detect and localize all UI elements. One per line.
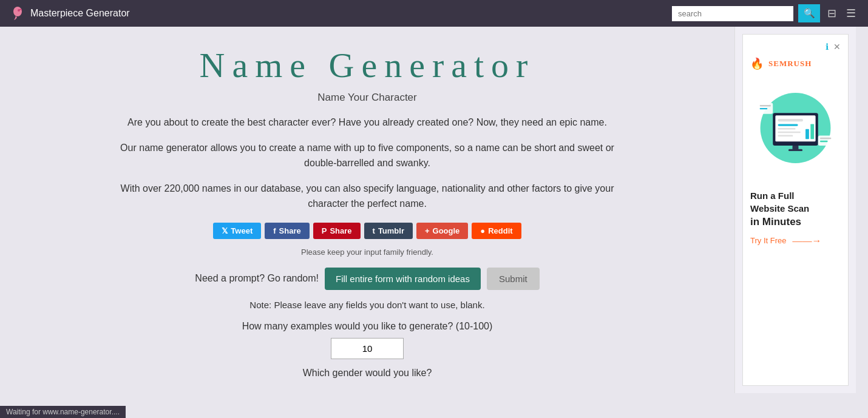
ad-box: ℹ ✕ 🔥 SEMRUSH bbox=[742, 34, 849, 386]
svg-rect-8 bbox=[778, 132, 801, 133]
description-1: Are you about to create the best charact… bbox=[118, 115, 616, 130]
semrush-logo: SEMRUSH bbox=[768, 59, 812, 69]
family-notice: Please keep your input family friendly. bbox=[12, 248, 722, 257]
reddit-icon: ● bbox=[480, 226, 485, 235]
description-block: Are you about to create the best charact… bbox=[118, 115, 616, 212]
ad-close-row: ℹ ✕ bbox=[750, 42, 841, 52]
prompt-row: Need a prompt? Go random! Fill entire fo… bbox=[12, 268, 722, 290]
svg-rect-9 bbox=[778, 135, 793, 137]
pinterest-share-button[interactable]: P Share bbox=[313, 223, 361, 239]
svg-rect-13 bbox=[788, 149, 802, 151]
tweet-button[interactable]: 𝕏 Tweet bbox=[213, 223, 261, 239]
ad-logo-row: 🔥 SEMRUSH bbox=[750, 57, 841, 70]
description-2: Our name generator allows you to create … bbox=[118, 140, 616, 171]
main-layout: Name Generator Name Your Character Are y… bbox=[0, 27, 868, 393]
svg-rect-12 bbox=[793, 146, 799, 150]
social-buttons: 𝕏 Tweet f Share P Share t Tumblr + Googl… bbox=[12, 223, 722, 239]
twitter-icon: 𝕏 bbox=[222, 226, 228, 235]
sliders-button[interactable]: ⊟ bbox=[825, 4, 839, 22]
svg-rect-19 bbox=[820, 141, 827, 142]
logo-icon bbox=[10, 5, 25, 21]
svg-rect-11 bbox=[810, 124, 814, 139]
submit-button[interactable]: Submit bbox=[487, 268, 540, 290]
header-right: 🔍 ⊟ ☰ bbox=[672, 4, 858, 22]
reddit-button[interactable]: ● Reddit bbox=[472, 223, 521, 239]
facebook-icon: f bbox=[273, 226, 276, 235]
site-title: Masterpiece Generator bbox=[30, 8, 130, 19]
examples-label: How many examples would you like to gene… bbox=[12, 321, 722, 332]
fill-random-button[interactable]: Fill entire form with random ideas bbox=[325, 268, 481, 290]
semrush-flame-icon: 🔥 bbox=[750, 57, 764, 70]
menu-icon: ☰ bbox=[846, 7, 856, 19]
search-icon: 🔍 bbox=[804, 8, 815, 19]
examples-input[interactable] bbox=[331, 338, 404, 359]
search-input[interactable] bbox=[672, 6, 793, 21]
ad-cta-row: Try It Free ——→ bbox=[750, 235, 841, 246]
ad-cta-arrow: ——→ bbox=[792, 235, 821, 246]
search-button[interactable]: 🔍 bbox=[798, 4, 820, 22]
ad-close-icon[interactable]: ✕ bbox=[833, 42, 841, 52]
pinterest-icon: P bbox=[322, 226, 327, 235]
ad-cta-text: Try It Free bbox=[750, 236, 786, 245]
page-subtitle: Name Your Character bbox=[12, 92, 722, 104]
logo-area: Masterpiece Generator bbox=[10, 5, 130, 21]
prompt-text: Need a prompt? Go random! bbox=[195, 273, 319, 284]
tumblr-button[interactable]: t Tumblr bbox=[364, 223, 413, 239]
svg-rect-10 bbox=[805, 129, 809, 140]
gender-label: Which gender would you like? bbox=[12, 368, 722, 379]
facebook-share-button[interactable]: f Share bbox=[265, 223, 309, 239]
tumblr-icon: t bbox=[373, 226, 375, 235]
ad-illustration bbox=[750, 76, 841, 180]
svg-rect-5 bbox=[778, 119, 803, 121]
note-text: Note: Please leave any fields you don't … bbox=[12, 300, 722, 310]
status-bar: Waiting for www.name-generator.... bbox=[0, 406, 126, 418]
examples-input-wrap bbox=[12, 338, 722, 359]
svg-rect-6 bbox=[778, 124, 798, 126]
svg-point-0 bbox=[13, 7, 22, 16]
google-icon: + bbox=[425, 226, 430, 235]
ad-headline: Run a Full Website Scan in Minutes bbox=[750, 189, 841, 229]
sidebar: ℹ ✕ 🔥 SEMRUSH bbox=[734, 27, 856, 393]
sliders-icon: ⊟ bbox=[827, 7, 836, 19]
menu-button[interactable]: ☰ bbox=[844, 4, 858, 22]
svg-rect-15 bbox=[760, 105, 771, 106]
svg-rect-7 bbox=[778, 128, 796, 129]
ad-info-icon[interactable]: ℹ bbox=[826, 42, 829, 52]
svg-rect-18 bbox=[820, 138, 831, 139]
svg-rect-16 bbox=[760, 108, 767, 109]
header: Masterpiece Generator 🔍 ⊟ ☰ bbox=[0, 0, 868, 27]
google-button[interactable]: + Google bbox=[416, 223, 468, 239]
page-title: Name Generator bbox=[12, 45, 722, 86]
description-3: With over 220,000 names in our database,… bbox=[118, 181, 616, 212]
content-area: Name Generator Name Your Character Are y… bbox=[0, 27, 734, 393]
